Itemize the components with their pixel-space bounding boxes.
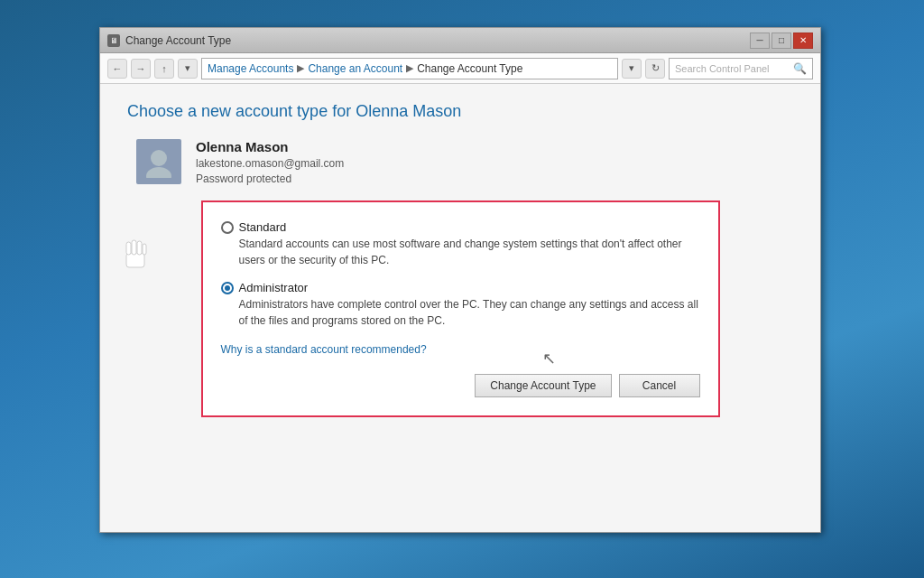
window-icon: 🖥 (107, 34, 120, 47)
dialog-footer: Change Account Type Cancel (221, 374, 700, 397)
svg-rect-5 (137, 241, 142, 255)
administrator-description: Administrators have complete control ove… (221, 296, 700, 329)
administrator-option-item: Administrator Administrators have comple… (221, 281, 700, 329)
why-standard-link[interactable]: Why is a standard account recommended? (221, 343, 700, 356)
standard-description: Standard accounts can use most software … (221, 236, 700, 268)
standard-radio[interactable] (221, 221, 234, 234)
administrator-label: Administrator (239, 281, 309, 294)
svg-rect-4 (132, 240, 136, 255)
maximize-button[interactable]: □ (772, 33, 791, 49)
window-title: Change Account Type (125, 34, 231, 47)
option-group: Standard Standard accounts can use most … (221, 220, 700, 329)
dialog-overlay: Standard Standard accounts can use most … (99, 56, 821, 506)
hand-cursor-indicator (117, 237, 153, 276)
mouse-cursor: ↖ (542, 349, 556, 368)
standard-option-item: Standard Standard accounts can use most … (221, 220, 700, 268)
close-button[interactable]: ✕ (793, 33, 813, 49)
standard-option-header[interactable]: Standard (221, 220, 700, 234)
title-bar-controls: ─ □ ✕ (750, 33, 813, 49)
title-bar: 🖥 Change Account Type ─ □ ✕ (100, 28, 820, 53)
svg-rect-6 (143, 244, 146, 255)
svg-rect-3 (126, 242, 131, 255)
cancel-button[interactable]: Cancel (619, 374, 700, 397)
standard-label: Standard (239, 220, 287, 234)
administrator-option-header[interactable]: Administrator (221, 281, 700, 294)
change-account-type-button[interactable]: Change Account Type (475, 374, 611, 397)
title-bar-left: 🖥 Change Account Type (107, 34, 231, 47)
minimize-button[interactable]: ─ (750, 33, 770, 49)
administrator-radio[interactable] (221, 282, 234, 294)
dialog-box: Standard Standard accounts can use most … (201, 200, 720, 417)
